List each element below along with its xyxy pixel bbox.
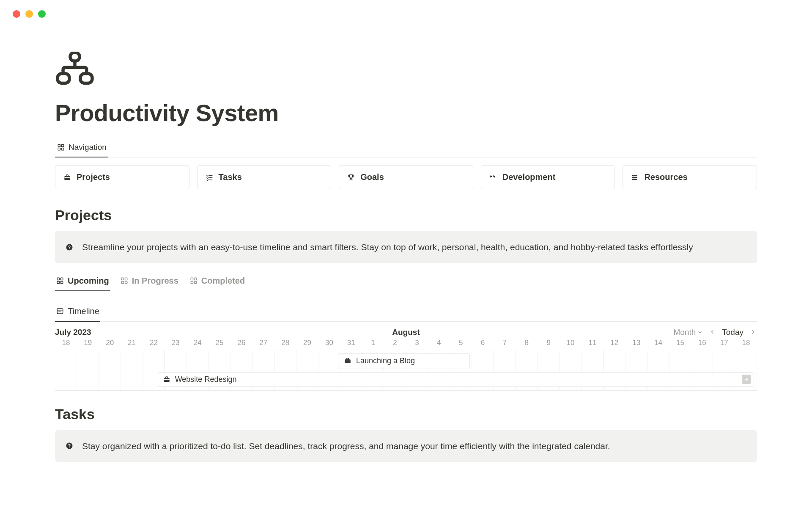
grid-icon xyxy=(120,276,129,285)
timeline-scale-dropdown[interactable]: Month xyxy=(673,328,702,337)
svg-rect-9 xyxy=(64,177,70,178)
timeline-day: 28 xyxy=(274,339,296,347)
window-controls xyxy=(0,0,812,18)
svg-rect-18 xyxy=(57,278,59,280)
nav-card-label: Development xyxy=(502,172,556,182)
tasks-callout: ? Stay organized with a prioritized to-d… xyxy=(55,430,757,462)
timeline-day: 24 xyxy=(187,339,208,347)
grid-icon xyxy=(57,143,65,152)
timeline-column xyxy=(77,350,99,390)
timeline-header: July 2023 August Month Today xyxy=(55,322,757,339)
nav-card-resources[interactable]: Resources xyxy=(623,165,757,189)
view-tab-label: In Progress xyxy=(132,276,178,286)
timeline-day: 10 xyxy=(560,339,582,347)
svg-rect-4 xyxy=(62,144,64,146)
timeline-bar-launching-blog[interactable]: Launching a Blog xyxy=(338,353,470,368)
continue-right-icon xyxy=(742,375,751,384)
svg-rect-6 xyxy=(62,148,64,150)
navigation-tabs: Navigation xyxy=(55,139,757,157)
page-title: Productivity System xyxy=(55,99,757,127)
timeline-day: 18 xyxy=(55,339,77,347)
timeline-icon xyxy=(56,307,64,315)
timeline-next-button[interactable] xyxy=(749,328,757,337)
svg-rect-33 xyxy=(345,359,351,363)
svg-rect-19 xyxy=(61,278,63,280)
timeline-scale-label: Month xyxy=(673,328,696,337)
timeline-day: 8 xyxy=(516,339,538,347)
timeline-day: 13 xyxy=(625,339,647,347)
stack-icon xyxy=(631,173,639,182)
svg-rect-30 xyxy=(57,309,63,314)
timeline-day: 19 xyxy=(77,339,99,347)
svg-rect-8 xyxy=(66,175,69,176)
tab-navigation[interactable]: Navigation xyxy=(55,139,108,157)
nav-card-development[interactable]: Development xyxy=(481,165,615,189)
view-tab-in-progress[interactable]: In Progress xyxy=(119,273,179,291)
svg-text:?: ? xyxy=(68,245,71,250)
chevron-down-icon xyxy=(697,328,702,337)
view-tab-completed[interactable]: Completed xyxy=(189,273,246,291)
svg-rect-23 xyxy=(125,278,127,280)
grid-icon xyxy=(56,276,64,285)
timeline-today-button[interactable]: Today xyxy=(722,328,743,337)
timeline-tab[interactable]: Timeline xyxy=(55,303,100,321)
svg-rect-35 xyxy=(345,361,351,361)
svg-rect-20 xyxy=(57,282,59,284)
timeline-day: 9 xyxy=(538,339,560,347)
tasks-section-title: Tasks xyxy=(55,406,757,422)
timeline-column xyxy=(55,350,77,390)
timeline-day: 22 xyxy=(143,339,165,347)
nav-card-projects[interactable]: Projects xyxy=(55,165,189,189)
help-icon: ? xyxy=(65,243,74,251)
svg-rect-28 xyxy=(191,282,193,284)
timeline-day: 6 xyxy=(472,339,494,347)
close-window-button[interactable] xyxy=(13,10,20,18)
svg-rect-14 xyxy=(632,177,637,178)
nav-card-goals[interactable]: Goals xyxy=(339,165,473,189)
help-icon: ? xyxy=(65,442,74,450)
timeline-day: 5 xyxy=(450,339,472,347)
timeline-bar-website-redesign[interactable]: Website Redesign xyxy=(157,372,754,387)
svg-rect-26 xyxy=(191,278,193,280)
svg-rect-5 xyxy=(58,148,60,150)
projects-section-title: Projects xyxy=(55,207,757,224)
timeline-day: 29 xyxy=(296,339,318,347)
timeline-bar-label: Launching a Blog xyxy=(356,356,415,365)
svg-rect-7 xyxy=(64,176,70,180)
callout-text: Streamline your projects with an easy-to… xyxy=(82,240,693,254)
timeline-bar-label: Website Redesign xyxy=(175,375,237,384)
page-icon xyxy=(55,52,757,87)
minimize-window-button[interactable] xyxy=(25,10,33,18)
timeline-tab-label: Timeline xyxy=(68,306,99,316)
svg-rect-29 xyxy=(194,282,196,284)
svg-rect-38 xyxy=(164,379,170,380)
svg-rect-13 xyxy=(632,175,637,176)
timeline-day: 1 xyxy=(362,339,384,347)
timeline-day: 15 xyxy=(669,339,691,347)
timeline-day: 2 xyxy=(384,339,406,347)
callout-text: Stay organized with a prioritized to-do … xyxy=(82,439,610,453)
tools-icon xyxy=(489,173,497,182)
timeline-day: 23 xyxy=(165,339,187,347)
timeline-prev-button[interactable] xyxy=(708,328,716,337)
timeline-body[interactable]: Launching a Blog Website Redesign xyxy=(55,350,757,391)
projects-callout: ? Streamline your projects with an easy-… xyxy=(55,231,757,263)
svg-rect-3 xyxy=(58,144,60,146)
timeline-tabs: Timeline xyxy=(55,303,757,322)
projects-view-tabs: Upcoming In Progress Completed xyxy=(55,273,757,291)
svg-rect-22 xyxy=(121,278,123,280)
checklist-icon xyxy=(205,173,214,182)
svg-rect-27 xyxy=(194,278,196,280)
briefcase-icon xyxy=(343,356,352,365)
zoom-window-button[interactable] xyxy=(38,10,46,18)
grid-icon xyxy=(189,276,198,285)
nav-card-label: Projects xyxy=(77,172,110,182)
timeline-day: 3 xyxy=(406,339,428,347)
nav-card-tasks[interactable]: Tasks xyxy=(197,165,332,189)
view-tab-upcoming[interactable]: Upcoming xyxy=(55,273,110,291)
view-tab-label: Completed xyxy=(201,276,245,286)
svg-rect-36 xyxy=(164,378,170,382)
timeline-controls: Month Today xyxy=(673,328,757,337)
timeline-day: 27 xyxy=(252,339,274,347)
timeline-day: 26 xyxy=(230,339,252,347)
